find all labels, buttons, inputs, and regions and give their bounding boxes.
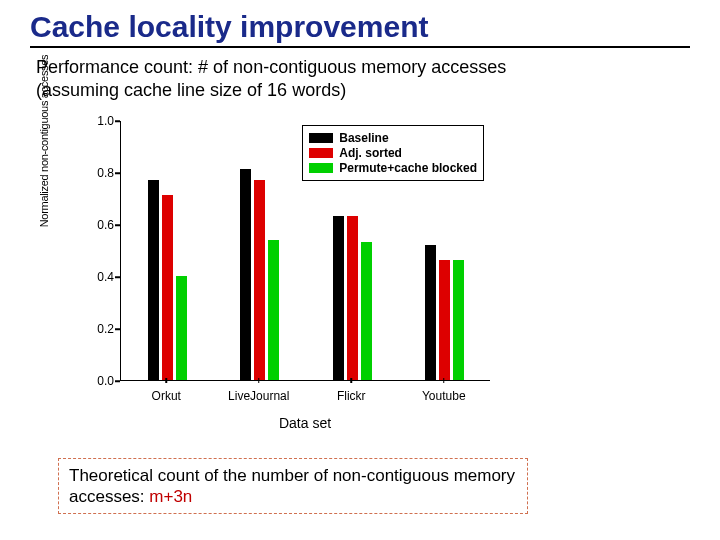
x-tick-mark [351,378,353,383]
x-tick-label: Orkut [152,389,181,403]
legend-item-baseline: Baseline [309,131,477,145]
legend-swatch-adj [309,148,333,158]
chart: Normalized non-contiguous accesses 0.00.… [40,111,560,431]
legend-item-perm: Permute+cache blocked [309,161,477,175]
subtitle-line1: Performance count: # of non-contiguous m… [36,57,506,77]
legend-swatch-baseline [309,133,333,143]
subtitle-line2: (assuming cache line size of 16 words) [36,80,346,100]
bar-perm [176,276,187,380]
y-tick-label: 0.4 [90,270,114,284]
bar-baseline [425,245,436,380]
bar-baseline [148,180,159,380]
x-tick-label: Flickr [337,389,366,403]
x-tick-label: Youtube [422,389,466,403]
legend-label-perm: Permute+cache blocked [339,161,477,175]
subtitle: Performance count: # of non-contiguous m… [36,56,690,101]
x-axis-label: Data set [120,415,490,431]
x-tick-mark [166,378,168,383]
bar-perm [361,242,372,380]
y-tick-label: 1.0 [90,114,114,128]
y-tick-label: 0.0 [90,374,114,388]
x-tick-label: LiveJournal [228,389,289,403]
page-title: Cache locality improvement [30,10,690,48]
footer-highlight: m+3n [149,487,192,506]
y-axis-label: Normalized non-contiguous accesses [38,51,50,231]
bar-baseline [240,169,251,380]
legend-label-adj: Adj. sorted [339,146,402,160]
legend: Baseline Adj. sorted Permute+cache block… [302,125,484,181]
bar-perm [268,240,279,380]
y-tick-label: 0.2 [90,322,114,336]
bar-adj [347,216,358,380]
legend-swatch-perm [309,163,333,173]
x-tick-mark [258,378,260,383]
legend-label-baseline: Baseline [339,131,388,145]
bar-perm [453,260,464,380]
legend-item-adj: Adj. sorted [309,146,477,160]
bar-adj [439,260,450,380]
y-tick-label: 0.6 [90,218,114,232]
footer-text: Theoretical count of the number of non-c… [69,466,515,506]
plot-area: Baseline Adj. sorted Permute+cache block… [120,121,490,381]
x-tick-mark [443,378,445,383]
bar-baseline [333,216,344,380]
bar-adj [254,180,265,380]
y-tick-label: 0.8 [90,166,114,180]
footer-note: Theoretical count of the number of non-c… [58,458,528,515]
bar-adj [162,195,173,380]
